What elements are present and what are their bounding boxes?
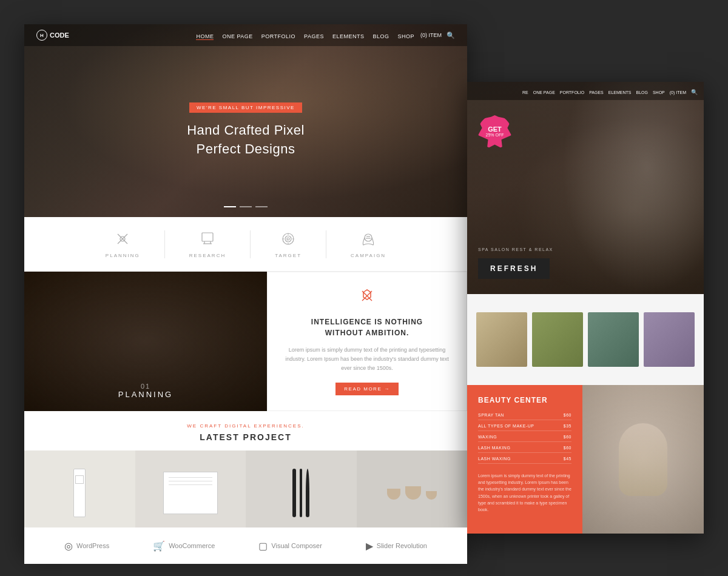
right-nav-blog[interactable]: BLOG (636, 90, 647, 95)
right-search-icon[interactable]: 🔍 (691, 89, 698, 95)
bowl-3 (426, 491, 437, 500)
portfolio-tube (73, 469, 86, 517)
nav-elements[interactable]: ELEMENTS (332, 33, 365, 39)
refresh-button[interactable]: REFRESH (478, 258, 550, 279)
woocommerce-icon: 🛒 (153, 540, 165, 552)
planning-card: INTELLIGENCE IS NOTHINGWITHOUT AMBITION.… (267, 272, 467, 411)
right-nav-links: RE ONE PAGE PORTFOLIO PAGES ELEMENTS BLO… (522, 85, 698, 96)
nav-home[interactable]: HOME (196, 33, 214, 40)
logo-icon: H (36, 30, 47, 41)
nav-links: HOME ONE PAGE PORTFOLIO PAGES ELEMENTS B… (196, 30, 414, 41)
slider-revolution-icon: ▶ (366, 540, 373, 552)
features-bar: PLANNING RESEARCH TARGET CAMPAIGN (24, 217, 467, 272)
portfolio-bowls (387, 486, 437, 500)
planning-image: 01 PLANNING (24, 272, 267, 411)
planning-section: 01 PLANNING INTELLIGENCE IS NOTHINGWITHO… (24, 272, 467, 411)
left-site-mockup: H CODE HOME ONE PAGE PORTFOLIO PAGES ELE… (24, 24, 467, 552)
hero-dot-3[interactable] (255, 206, 268, 207)
nav-pages[interactable]: PAGES (304, 33, 324, 39)
card-title: INTELLIGENCE IS NOTHINGWITHOUT AMBITION. (311, 316, 423, 338)
right-nav-shop[interactable]: SHOP (653, 90, 665, 95)
gallery-img-4 (644, 312, 695, 367)
search-icon[interactable]: 🔍 (447, 32, 455, 39)
planning-number: 01 (141, 383, 150, 390)
latest-title: LATEST PROJECT (24, 432, 467, 442)
hero-dot-2[interactable] (240, 206, 252, 207)
hero-dots (224, 206, 268, 207)
portfolio-grid (24, 450, 467, 535)
beauty-section: BEAUTY CENTER SPRAY TAN $60 ALL TYPES OF… (467, 385, 704, 534)
hero-dot-1[interactable] (224, 206, 236, 207)
svg-point-9 (287, 238, 289, 240)
portfolio-item-4 (357, 450, 468, 535)
spoon (306, 469, 309, 517)
read-more-button[interactable]: READ MORE → (335, 383, 398, 395)
gallery-img-1 (476, 312, 527, 367)
beauty-title: BEAUTY CENTER (478, 396, 571, 404)
latest-header: WE CRAFT DIGITAL EXPERIENCES. LATEST PRO… (24, 411, 467, 450)
feature-research-label: RESEARCH (189, 253, 226, 258)
logo: H CODE (36, 30, 69, 41)
portfolio-cutlery (292, 469, 309, 517)
right-nav-pages[interactable]: PAGES (589, 90, 604, 95)
svg-point-14 (365, 234, 372, 241)
nav-blog[interactable]: BLOG (372, 33, 389, 39)
right-nav-one-page[interactable]: ONE PAGE (533, 90, 555, 95)
right-nav-cart[interactable]: (0) ITEM (670, 90, 686, 95)
slider-revolution-label: Slider Revolution (377, 542, 427, 549)
svg-point-8 (285, 236, 291, 242)
footer-logos: ◎ WordPress 🛒 WooCommerce ▢ Visual Compo… (24, 527, 467, 564)
gallery-img-3 (588, 312, 639, 367)
beauty-info: BEAUTY CENTER SPRAY TAN $60 ALL TYPES OF… (467, 385, 582, 534)
beauty-service-1: SPRAY TAN $60 (478, 413, 571, 420)
nav-cart[interactable]: (0) ITEM (420, 32, 442, 38)
right-nav-portfolio[interactable]: PORTFOLIO (560, 90, 584, 95)
right-nav: RE ONE PAGE PORTFOLIO PAGES ELEMENTS BLO… (467, 82, 704, 100)
wordpress-icon: ◎ (64, 540, 73, 552)
gallery-img-2 (532, 312, 583, 367)
hero-badge: WE'RE SMALL BUT IMPRESSIVE (189, 102, 302, 113)
feature-campaign-label: CAMPAIGN (351, 253, 386, 258)
beauty-service-4: LASH MAKING $60 (478, 446, 571, 453)
portfolio-book (163, 472, 218, 514)
feature-planning: PLANNING (81, 230, 165, 258)
hero-title: Hand Crafted Pixel Perfect Designs (187, 121, 305, 159)
beauty-service-5: LASH WAXING $45 (478, 457, 571, 464)
card-text: Lorem ipsum is simply dummy text of the … (283, 346, 451, 373)
planning-icon (114, 230, 131, 249)
visual-composer-label: Visual Composer (271, 542, 322, 549)
portfolio-item-2 (135, 450, 246, 535)
wordpress-logo: ◎ WordPress (64, 540, 109, 552)
feature-target-label: TARGET (275, 253, 302, 258)
right-nav-re[interactable]: RE (522, 90, 528, 95)
beauty-image (582, 385, 704, 534)
portfolio-item-1 (24, 450, 135, 535)
woocommerce-label: WooCommerce (169, 542, 215, 549)
feature-target: TARGET (251, 230, 326, 258)
spa-label: SPA SALON REST & RELAX (478, 247, 553, 252)
nav-one-page[interactable]: ONE PAGE (222, 33, 252, 39)
hero-section: WE'RE SMALL BUT IMPRESSIVE Hand Crafted … (24, 24, 467, 217)
card-icon (359, 287, 376, 308)
feature-research: RESEARCH (165, 230, 251, 258)
target-icon (280, 230, 297, 249)
logo-text: CODE (50, 32, 69, 39)
nav-portfolio[interactable]: PORTFOLIO (261, 33, 295, 39)
visual-composer-icon: ▢ (258, 540, 268, 552)
hero-content: WE'RE SMALL BUT IMPRESSIVE Hand Crafted … (187, 101, 305, 159)
slider-revolution-logo: ▶ Slider Revolution (366, 540, 427, 552)
portfolio-item-3 (246, 450, 357, 535)
nav-shop[interactable]: SHOP (397, 33, 414, 39)
feature-planning-label: PLANNING (106, 253, 140, 258)
bowl-2 (405, 486, 421, 500)
beauty-desc: Lorem ipsum is simply dummy text of the … (478, 472, 571, 513)
right-nav-elements[interactable]: ELEMENTS (608, 90, 632, 95)
woocommerce-logo: 🛒 WooCommerce (153, 540, 215, 552)
wordpress-label: WordPress (76, 542, 109, 549)
beauty-service-2: ALL TYPES OF MAKE-UP $35 (478, 424, 571, 431)
svg-point-7 (283, 233, 294, 244)
feature-campaign: CAMPAIGN (326, 230, 410, 258)
right-site-mockup: RE ONE PAGE PORTFOLIO PAGES ELEMENTS BLO… (467, 82, 704, 534)
fork (292, 469, 296, 517)
research-icon (199, 230, 216, 249)
